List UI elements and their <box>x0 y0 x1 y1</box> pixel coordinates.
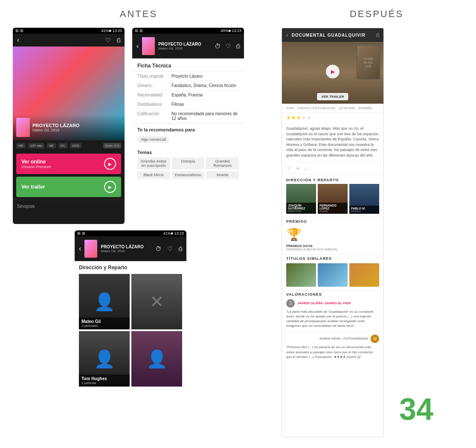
cast-card-tom-name: Tom Hughes <box>81 376 127 381</box>
phone3-mockup: ⊞ ⊞ 41%■ 13:23 ‹ PROYECTO LÁZARO Mateo G… <box>75 230 186 427</box>
temas-section: Temas Grandes éxitos en suscripción Dist… <box>132 146 244 182</box>
despues-similares-row <box>286 263 379 287</box>
phone1-movie-title: PROYECTO LÁZARO <box>32 123 79 128</box>
tag-vc[interactable]: VC <box>58 143 67 148</box>
tema-distopia[interactable]: Distopía <box>172 157 205 169</box>
similar-item-2[interactable] <box>318 263 348 287</box>
despues-heart-action[interactable]: ♡ <box>286 165 292 172</box>
phone2-status-icons: ⊞ ⊞ <box>135 29 143 33</box>
phone3-header: ‹ PROYECTO LÁZARO Mateo Gil, 2016 ⏱ ♡ ⎙ <box>75 236 186 261</box>
phone1-back-btn[interactable]: ‹ <box>17 36 19 44</box>
phone1-status-icons: ⊞ ⊞ <box>15 29 23 33</box>
despues-direccion-header: DIRECCIÓN Y REPARTO <box>282 175 383 184</box>
ficha-label-dist: Distribuidora: <box>137 102 171 107</box>
cast-card-tom-overlay: Tom Hughes 1 película <box>79 375 130 387</box>
phone2-movie-thumb <box>142 37 155 55</box>
despues-premios-section: PREMIOS 🏆 PREMIOS GOYA NOMINADO A MEJOR … <box>282 217 383 254</box>
phone2-heart-icon[interactable]: ♡ <box>226 43 231 49</box>
phone2-history-icon[interactable]: ⏱ <box>215 43 221 49</box>
tema-blackmirror[interactable]: Black Mirror <box>137 171 170 179</box>
trophy-icon: 🏆 <box>286 227 302 242</box>
direccion-section: Dirección y Reparto 👤 Mateo Gil 2 pelícu… <box>75 261 186 390</box>
phone3-status-right: 41%■ 13:23 <box>163 231 184 236</box>
phone2-back-btn[interactable]: ‹ <box>136 42 139 50</box>
tema-romances[interactable]: Grandes Romances <box>206 157 239 169</box>
phone1-toolbar: HD 107 min VE VC VOS Nota: 6.9 <box>13 140 125 151</box>
ficha-label-nac: Nacionalidad: <box>137 93 171 97</box>
action-buttons: Ver online Usuario Premium ▶ Ver trailer… <box>13 154 125 197</box>
valoracion-avatar-2: N <box>371 335 379 343</box>
despues-cast-pablo-label: PABLO M. MÚSICA <box>349 206 379 214</box>
despues-cast-fernando[interactable]: FERNANDO LÓPEZ GUIÓN <box>318 184 348 214</box>
tag-min[interactable]: 107 min <box>28 143 44 148</box>
despues-header-title: DOCUMENTAL GUADALQUIVIR <box>292 33 373 38</box>
despues-cast-pablo[interactable]: PABLO M. MÚSICA <box>349 184 379 214</box>
despues-poster-text: GUADALQUIVIR <box>363 57 373 68</box>
despues-audience: TODOS LOS PÚBLICOS <box>297 106 335 110</box>
phone3-status-bar: ⊞ ⊞ 41%■ 13:23 <box>75 230 186 236</box>
similar-item-3[interactable] <box>349 263 379 287</box>
valoracion-separator <box>286 332 379 332</box>
number-badge: 34 <box>399 392 433 427</box>
cast-card-mateo-name: Mateo Gil <box>81 319 127 324</box>
despues-movie-poster: GUADALQUIVIR <box>357 45 380 79</box>
phone3-history-icon[interactable]: ⏱ <box>155 245 161 252</box>
despues-cast-row: JOAQUÍN GUTIÉRREZ DIRECTOR FERNANDO LÓPE… <box>282 184 383 217</box>
phone1-movie-subtitle: Mateo Gil, 2016 <box>32 128 79 132</box>
valoracion-avatar-1: J <box>286 299 295 308</box>
despues-actions: ♡ + ↓ <box>282 162 383 175</box>
phone1-hero-overlay: PROYECTO LÁZARO Mateo Gil, 2016 <box>13 114 125 140</box>
cast-card-extra2[interactable]: 👤 <box>131 331 182 387</box>
valoracion-item-1: J JAVIER OCAÑA: DIARIO EL PAÍS "La parte… <box>286 299 379 329</box>
despues-play-btn[interactable]: ▶ <box>326 64 340 78</box>
ver-trailer-btn[interactable]: Ver trailer ▶ <box>16 177 121 197</box>
recomendamos-title: Te la recomendamos para <box>137 127 239 132</box>
cast-grid: 👤 Mateo Gil 2 películas ✕ 👤 Tom Hu <box>79 274 182 387</box>
ver-online-btn[interactable]: Ver online Usuario Premium ▶ <box>16 154 121 174</box>
phone1-share-icon[interactable]: ⎙ <box>117 37 120 44</box>
despues-download-action[interactable]: ↓ <box>304 165 307 172</box>
tag-hd[interactable]: HD <box>16 143 26 148</box>
tema-muerte[interactable]: Muerte <box>206 171 239 179</box>
despues-cast-joaquin[interactable]: JOAQUÍN GUTIÉRREZ DIRECTOR <box>286 184 316 214</box>
despues-meta: 2016 TODOS LOS PÚBLICOS 1H 40 MIN ESPAÑA <box>282 104 383 113</box>
ficha-label-titulo: Título original: <box>137 74 171 79</box>
ficha-value-titulo: Proyecto Lázaro <box>171 74 203 79</box>
ficha-label-genero: Género: <box>137 83 171 88</box>
antes-label: ANTES <box>0 0 277 24</box>
tema-exitos[interactable]: Grandes éxitos en suscripción <box>137 157 170 169</box>
similar-item-1[interactable] <box>286 263 316 287</box>
phone3-heart-icon[interactable]: ♡ <box>167 245 173 252</box>
despues-back-icon[interactable]: ‹ <box>286 32 288 38</box>
temas-title: Temas <box>137 150 239 155</box>
cast-card-mateo[interactable]: 👤 Mateo Gil 2 películas <box>79 274 130 329</box>
tag-ve[interactable]: VE <box>47 143 56 148</box>
ficha-row-nac: Nacionalidad: España, Francia <box>132 90 244 100</box>
phone3-share-icon[interactable]: ⎙ <box>179 245 182 252</box>
despues-cast-joaquin-role: DIRECTOR <box>288 210 314 212</box>
phone1-status-right: 41%■ 13:20 <box>102 29 122 33</box>
despues-trailer-btn[interactable]: VER TRAILER <box>317 93 348 100</box>
phone1-heart-icon[interactable]: ♡ <box>105 37 111 44</box>
valoracion-author-2: NURIA VIDAL: FOTOGRAMAS <box>319 337 368 340</box>
despues-similares-header: TÍTULOS SIMILARES <box>286 256 379 263</box>
despues-add-action[interactable]: + <box>296 165 299 172</box>
despues-cast-fernando-name: FERNANDO LÓPEZ <box>319 204 346 210</box>
direccion-title: Dirección y Reparto <box>79 265 182 271</box>
tema-existencialismo[interactable]: Existencialismo <box>172 171 205 179</box>
cast-card-mateo-count: 2 películas <box>81 324 127 328</box>
star5: ★ <box>307 115 311 121</box>
despues-share-icon[interactable]: ⎙ <box>376 32 379 38</box>
despues-duration: 1H 40 MIN <box>339 106 355 110</box>
phone2-share-icon[interactable]: ⎙ <box>236 43 240 49</box>
phone3-back-btn[interactable]: ‹ <box>79 245 81 253</box>
rec-tag-comercial[interactable]: Algo comercial <box>137 136 169 143</box>
cast-card-extra[interactable]: ✕ <box>131 274 182 329</box>
ver-online-label: Ver online <box>21 159 51 165</box>
sinopsis-bar[interactable]: Sinopsis <box>13 200 125 212</box>
tag-vos[interactable]: VOS <box>70 143 81 148</box>
ficha-value-genero: Fantástico, Drama, Ciencia ficción <box>171 83 236 88</box>
cast-card-tom[interactable]: 👤 Tom Hughes 1 película <box>79 331 130 387</box>
ver-online-sub: Usuario Premium <box>21 165 51 169</box>
despues-stars-row: ★ ★ ★ ★ ★ <box>282 113 383 122</box>
